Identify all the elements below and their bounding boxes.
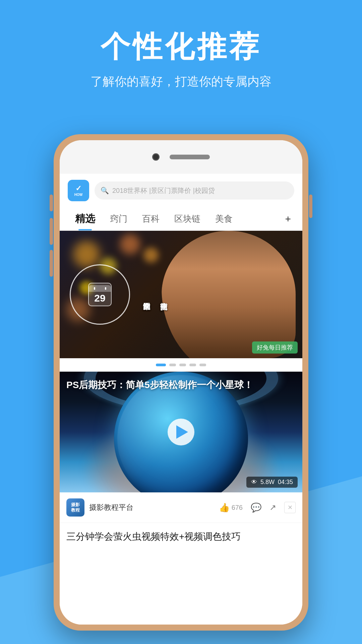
share-icon: ↗ bbox=[269, 503, 276, 512]
phone-screen: ✓ HOW 🔍 2018世界杯 |景区门票降价 |校园贷 精选 bbox=[60, 140, 302, 625]
tab-food[interactable]: 美食 bbox=[208, 208, 240, 229]
close-action[interactable]: ✕ bbox=[284, 502, 296, 513]
calendar-circle: 29 bbox=[70, 264, 130, 325]
eye-icon: 👁 bbox=[251, 479, 257, 486]
calendar-top bbox=[89, 285, 111, 292]
cal-hook-left bbox=[94, 287, 95, 290]
search-input: 2018世界杯 |景区门票降价 |校园贷 bbox=[112, 186, 215, 195]
carousel-dots bbox=[60, 358, 302, 372]
dot-3[interactable] bbox=[179, 364, 186, 366]
like-action[interactable]: 👍 676 bbox=[219, 502, 243, 513]
like-count: 676 bbox=[232, 504, 243, 512]
silent-button bbox=[50, 250, 53, 277]
close-icon: ✕ bbox=[284, 502, 296, 513]
play-button[interactable] bbox=[168, 419, 194, 445]
volume-down-button bbox=[50, 218, 53, 245]
video-card: PS后期技巧：简单5步轻松制作一个小星球！ 👁 5.8W 04:35 bbox=[60, 372, 302, 523]
tab-baike[interactable]: 百科 bbox=[135, 208, 167, 229]
video-thumbnail[interactable]: PS后期技巧：简单5步轻松制作一个小星球！ 👁 5.8W 04:35 bbox=[60, 372, 302, 492]
banner-content: 29 女性乘坐网约车 安全防范指南 bbox=[60, 231, 302, 358]
page-title: 个性化推荐 bbox=[0, 27, 362, 67]
app-screen: ✓ HOW 🔍 2018世界杯 |景区门票降价 |校园贷 精选 bbox=[60, 174, 302, 625]
next-article-preview[interactable]: 三分钟学会萤火虫视频特效+视频调色技巧 bbox=[60, 523, 302, 550]
video-stats: 👁 5.8W 04:35 bbox=[246, 477, 298, 488]
banner-recommendation-tag: 好兔每日推荐 bbox=[252, 341, 298, 354]
speaker bbox=[170, 155, 210, 159]
search-icon: 🔍 bbox=[101, 186, 109, 195]
play-triangle-icon bbox=[176, 425, 188, 439]
phone-outer: ✓ HOW 🔍 2018世界杯 |景区门票降价 |校园贷 精选 bbox=[54, 134, 308, 631]
author-avatar[interactable]: 摄影 教程 bbox=[66, 498, 84, 517]
calendar-icon: 29 bbox=[88, 283, 112, 306]
banner-background: 29 女性乘坐网约车 安全防范指南 好兔每日推荐 bbox=[60, 231, 302, 358]
dot-4[interactable] bbox=[189, 364, 196, 366]
app-logo[interactable]: ✓ HOW bbox=[68, 180, 89, 201]
share-action[interactable]: ↗ bbox=[269, 503, 276, 512]
banner-carousel[interactable]: 29 女性乘坐网约车 安全防范指南 好兔每日推荐 bbox=[60, 231, 302, 358]
dot-1[interactable] bbox=[156, 364, 166, 366]
avatar-text: 摄影 教程 bbox=[71, 502, 80, 513]
card-actions: 👍 676 💬 ↗ ✕ bbox=[219, 502, 296, 513]
cal-hook-right bbox=[105, 287, 106, 290]
calendar-date: 29 bbox=[94, 292, 105, 304]
add-tab-button[interactable]: + bbox=[282, 209, 294, 229]
header-section: 个性化推荐 了解你的喜好，打造你的专属内容 bbox=[0, 27, 362, 90]
page-subtitle: 了解你的喜好，打造你的专属内容 bbox=[0, 73, 362, 90]
next-article-title: 三分钟学会萤火虫视频特效+视频调色技巧 bbox=[66, 530, 296, 543]
card-footer: 摄影 教程 摄影教程平台 👍 676 💬 bbox=[60, 492, 302, 523]
phone-top-bezel bbox=[60, 140, 302, 174]
logo-v-icon: ✓ bbox=[74, 184, 82, 193]
banner-text: 女性乘坐网约车 安全防范指南 bbox=[140, 288, 171, 301]
logo-how-text: HOW bbox=[74, 193, 82, 197]
dot-2[interactable] bbox=[169, 364, 176, 366]
tab-blockchain[interactable]: 区块链 bbox=[167, 208, 208, 229]
search-bar[interactable]: 🔍 2018世界杯 |景区门票降价 |校园贷 bbox=[95, 181, 294, 200]
author-name[interactable]: 摄影教程平台 bbox=[89, 502, 214, 513]
banner-left-content: 29 bbox=[60, 258, 140, 331]
navigation-tabs: 精选 窍门 百科 区块链 美食 + bbox=[60, 207, 302, 231]
front-camera bbox=[152, 153, 160, 161]
comment-icon: 💬 bbox=[251, 502, 261, 513]
like-icon: 👍 bbox=[219, 502, 230, 513]
comment-action[interactable]: 💬 bbox=[251, 502, 261, 513]
power-button bbox=[309, 195, 312, 218]
tab-jingxuan[interactable]: 精选 bbox=[68, 207, 103, 230]
dot-5[interactable] bbox=[199, 364, 206, 366]
volume-up-button bbox=[50, 195, 53, 211]
video-title: PS后期技巧：简单5步轻松制作一个小星球！ bbox=[66, 378, 296, 391]
app-header: ✓ HOW 🔍 2018世界杯 |景区门票降价 |校园贷 bbox=[60, 174, 302, 207]
video-duration: 04:35 bbox=[278, 479, 293, 486]
phone-mockup: ✓ HOW 🔍 2018世界杯 |景区门票降价 |校园贷 精选 bbox=[54, 134, 308, 631]
view-count: 5.8W bbox=[260, 479, 275, 486]
logo-content: ✓ HOW bbox=[74, 184, 82, 197]
tab-qiaomen[interactable]: 窍门 bbox=[103, 208, 135, 229]
